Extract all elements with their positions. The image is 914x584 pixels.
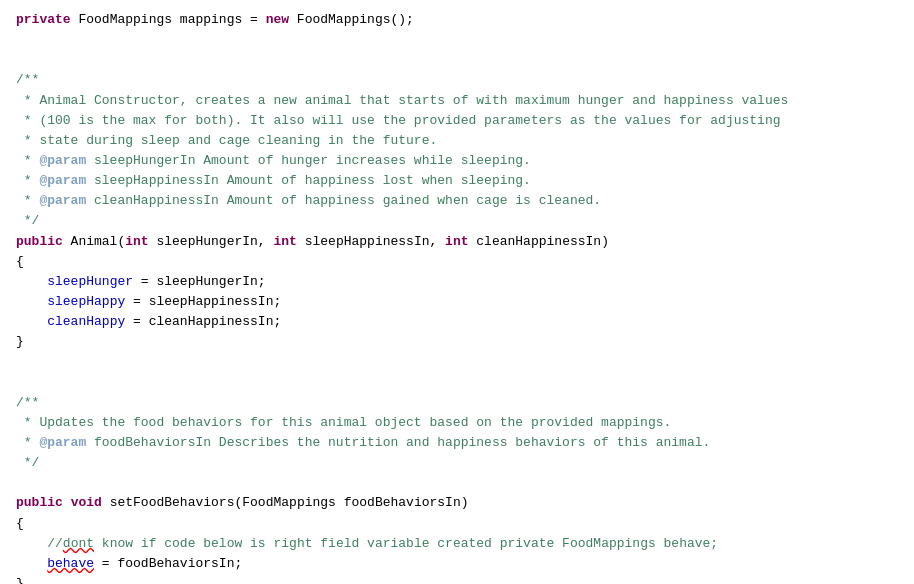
code-line-comment2-1: * Updates the food behaviors for this an…: [16, 413, 898, 433]
code-line-constructor-sig: public Animal(int sleepHungerIn, int sle…: [16, 232, 898, 252]
code-line-open-brace-1: {: [16, 252, 898, 272]
code-line-assign-1: sleepHunger = sleepHungerIn;: [16, 272, 898, 292]
code-line-assign-3: cleanHappy = cleanHappinessIn;: [16, 312, 898, 332]
code-line-inline-comment: //dont know if code below is right field…: [16, 534, 898, 554]
code-editor: private FoodMappings mappings = new Food…: [0, 0, 914, 584]
code-line-comment2-start: /**: [16, 393, 898, 413]
code-line-blank-2: [16, 373, 898, 393]
code-line-assign-2: sleepHappy = sleepHappinessIn;: [16, 292, 898, 312]
code-line-comment-2: * (100 is the max for both). It also wil…: [16, 111, 898, 131]
code-line-1: private FoodMappings mappings = new Food…: [16, 10, 898, 30]
code-line-comment-3: * state during sleep and cage cleaning i…: [16, 131, 898, 151]
code-line-comment-start: /**: [16, 70, 898, 90]
code-line-comment-end: */: [16, 211, 898, 231]
code-line-close-brace-2: }: [16, 574, 898, 584]
code-line-comment-4: * @param sleepHungerIn Amount of hunger …: [16, 151, 898, 171]
code-line-comment2-end: */: [16, 453, 898, 473]
code-line-2: [16, 30, 898, 50]
code-line-comment-1: * Animal Constructor, creates a new anim…: [16, 91, 898, 111]
code-line-blank-1: [16, 352, 898, 372]
code-line-blank-3: [16, 473, 898, 493]
code-line-comment-5: * @param sleepHappinessIn Amount of happ…: [16, 171, 898, 191]
code-line-3: [16, 50, 898, 70]
code-line-open-brace-2: {: [16, 514, 898, 534]
code-line-assign-4: behave = foodBehaviorsIn;: [16, 554, 898, 574]
code-line-comment2-2: * @param foodBehaviorsIn Describes the n…: [16, 433, 898, 453]
code-line-close-brace-1: }: [16, 332, 898, 352]
code-line-comment-6: * @param cleanHappinessIn Amount of happ…: [16, 191, 898, 211]
code-line-method-sig: public void setFoodBehaviors(FoodMapping…: [16, 493, 898, 513]
